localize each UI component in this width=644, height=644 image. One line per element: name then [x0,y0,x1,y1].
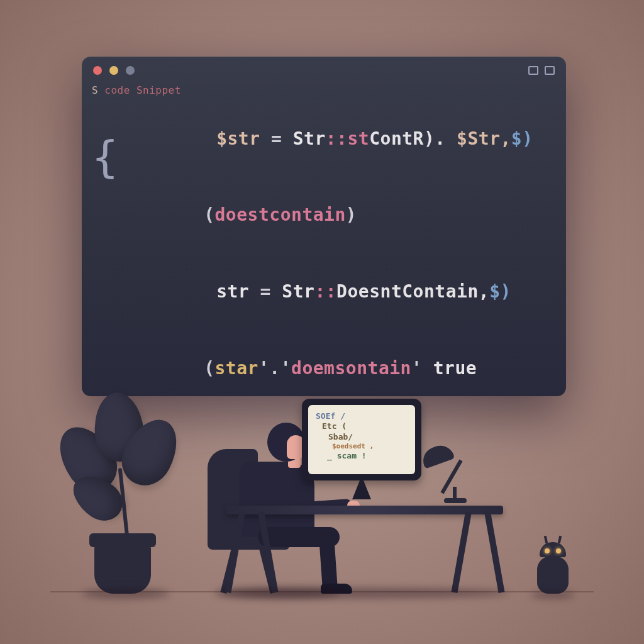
file-tab-prefix: S [92,84,98,96]
gutter-brace: { [92,126,119,190]
window-traffic-lights [93,66,135,75]
monitor-line: _ scam ! [316,451,408,461]
window-max-icon[interactable] [545,66,555,75]
code-line-3: str = Str::DoesntContain,$) [94,254,553,331]
code-line-1: $str = Str::stContR). $Str,$) [94,101,553,177]
code-area[interactable]: { $str = Str::stContR). $Str,$) (doestco… [94,101,553,384]
maximize-icon[interactable] [126,66,135,75]
monitor-line: Sbab/ [316,432,408,442]
code-line-4: (star'.'doemsontain' true [94,330,553,396]
plant-icon [57,392,189,594]
monitor-line: $oedsedt , [316,442,408,451]
minimize-icon[interactable] [109,66,118,75]
monitor-screen: SOEf / Etc ( Sbab/ $oedsedt , _ scam ! [308,405,415,474]
monitor-line: SOEf / [316,411,408,421]
window-titlebar [82,57,566,84]
window-controls [528,66,555,75]
code-editor-window: S code Snippet { $str = Str::stContR). $… [82,57,566,396]
android-robot-icon [531,537,575,594]
close-icon[interactable] [93,66,102,75]
monitor-line: Etc ( [316,421,408,431]
file-tab-label: code Snippet [104,84,181,96]
desk-lamp-icon [421,443,484,506]
code-line-2: (doestcontain) [94,177,553,254]
file-tab[interactable]: S code Snippet [92,84,181,96]
window-restore-icon[interactable] [528,66,538,75]
illustration-scene: SOEf / Etc ( Sbab/ $oedsedt , _ scam ! [0,392,644,594]
monitor-icon: SOEf / Etc ( Sbab/ $oedsedt , _ scam ! [302,399,421,499]
desk-icon: SOEf / Etc ( Sbab/ $oedsedt , _ scam ! [226,449,503,594]
